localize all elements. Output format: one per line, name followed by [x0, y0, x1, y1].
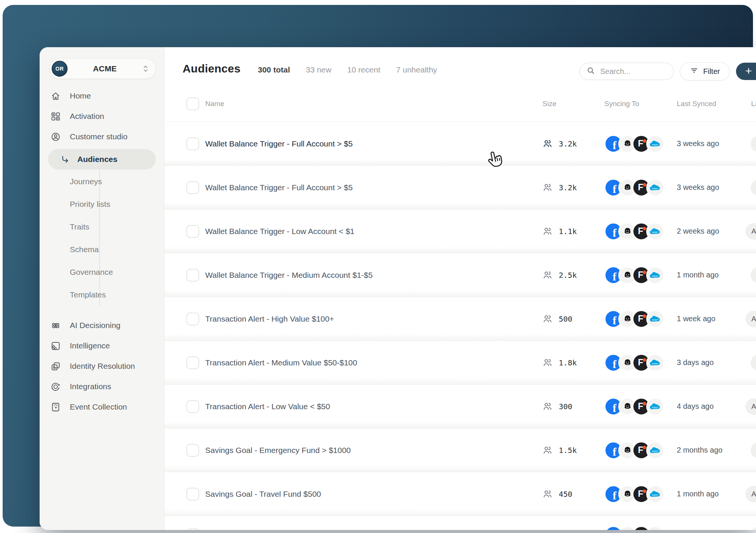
row-checkbox[interactable] [186, 444, 199, 457]
label-badge[interactable]: A [751, 527, 756, 530]
sidebar-item-identity-resolution[interactable]: Identity Resolution [40, 356, 164, 376]
sidebar: OR ACME HomeActivationCustomer studioAud… [40, 47, 164, 530]
audience-size-icon [542, 270, 553, 280]
sidebar-item-home[interactable]: Home [40, 86, 164, 106]
sidebar-item-governance[interactable]: Governance [40, 261, 164, 283]
audience-size-value: 1.5k [559, 446, 577, 455]
audience-name[interactable]: Savings Goal - Travel Fund $500 [205, 490, 321, 498]
table-row[interactable]: Transaction Alert - Low Value < $50300fF… [164, 384, 756, 428]
sidebar-item-audiences[interactable]: Audiences [48, 149, 156, 169]
audience-name[interactable]: Wallet Balance Trigger - Medium Account … [205, 271, 373, 279]
table-row[interactable]: Wallet Balance Trigger - Full Account > … [164, 122, 756, 165]
label-badge[interactable]: A [745, 486, 756, 502]
row-name-cell: Savings Goal - Emergency Fund > $1000 [205, 446, 529, 455]
select-all-checkbox[interactable] [186, 97, 199, 110]
sidebar-item-journeys[interactable]: Journeys [40, 170, 164, 193]
sidebar-item-traits[interactable]: Traits [40, 216, 164, 238]
row-syncing-cell: fF [584, 222, 656, 240]
sidebar-item-integrations[interactable]: Integrations [40, 376, 164, 397]
row-checkbox[interactable] [186, 181, 199, 194]
row-badge-cell: A [725, 136, 756, 152]
row-checkbox[interactable] [186, 400, 199, 413]
sidebar-item-label: Integrations [70, 382, 111, 391]
column-header-size: Size [529, 100, 584, 108]
sidebar-item-label: Intelligence [70, 341, 110, 350]
row-checkbox[interactable] [186, 488, 199, 501]
filter-icon [690, 66, 698, 76]
row-last-synced-cell: 2 weeks ago [656, 227, 725, 236]
table-row[interactable]: Wallet Balance Trigger - Low Account < $… [164, 209, 756, 253]
label-badge[interactable]: A [751, 179, 756, 196]
table-row[interactable]: Wallet Balance Trigger - Medium Account … [164, 253, 756, 297]
row-checkbox[interactable] [186, 356, 199, 369]
last-synced-value: 1 week ago [677, 314, 715, 323]
sidebar-item-priority-lists[interactable]: Priority lists [40, 193, 164, 216]
org-switcher[interactable]: OR ACME [49, 59, 156, 79]
audience-name[interactable]: Wallet Balance Trigger - Low Account < $… [205, 227, 355, 236]
sidebar-item-label: Governance [70, 268, 113, 277]
row-checkbox[interactable] [186, 225, 199, 238]
row-checkbox-cell [186, 444, 205, 457]
search-input[interactable] [599, 67, 665, 76]
facebook-f-glyph: f [613, 358, 616, 371]
table-row[interactable]: Savings Goal - Retirement Fund > $10001.… [164, 516, 756, 530]
row-checkbox[interactable] [186, 528, 199, 530]
row-checkbox[interactable] [186, 137, 199, 150]
row-checkbox-cell [186, 528, 205, 530]
sidebar-item-activation[interactable]: Activation [40, 106, 164, 126]
f-logo-glyph: F [638, 489, 643, 499]
page-header: Audiences 300 total33 new10 recent7 unhe… [183, 62, 437, 75]
row-checkbox-cell [186, 225, 205, 238]
last-synced-value: 3 weeks ago [677, 139, 719, 148]
salesforce-icon [646, 310, 664, 328]
table-row[interactable]: Wallet Balance Trigger - Full Account > … [164, 165, 756, 209]
audience-name[interactable]: Transaction Alert - Medium Value $50-$10… [205, 358, 357, 367]
row-checkbox-cell [186, 269, 205, 282]
header-stat: 10 recent [347, 65, 380, 74]
sidebar-item-schema[interactable]: Schema [40, 238, 164, 261]
row-badge-cell: A [725, 267, 756, 283]
sidebar-item-customer-studio[interactable]: Customer studio [40, 126, 164, 147]
filter-button[interactable]: Filter [680, 62, 730, 80]
audience-size-icon [542, 314, 553, 324]
table-row[interactable]: Transaction Alert - High Value $100+500f… [164, 297, 756, 340]
row-badge-cell: A [725, 179, 756, 196]
label-badge[interactable]: A [745, 311, 756, 327]
header-stat: 7 unhealthy [396, 65, 437, 74]
label-badge[interactable]: A [751, 442, 756, 459]
label-badge[interactable]: A [751, 136, 756, 152]
table-row[interactable]: Savings Goal - Travel Fund $500450fF1 mo… [164, 472, 756, 516]
audience-name[interactable]: Wallet Balance Trigger - Full Account > … [205, 183, 353, 192]
row-syncing-cell: fF [584, 354, 656, 372]
label-badge[interactable]: A [745, 398, 756, 415]
audience-name[interactable]: Transaction Alert - Low Value < $50 [205, 402, 330, 411]
salesforce-icon [646, 354, 664, 372]
label-badge[interactable]: A [751, 267, 756, 283]
f-logo-orange-dot [643, 271, 646, 274]
column-header-labels: La [725, 100, 756, 108]
app-window: OR ACME HomeActivationCustomer studioAud… [40, 47, 756, 530]
row-badge-cell: A [725, 354, 756, 371]
sidebar-item-event-collection[interactable]: Event Collection [40, 397, 164, 417]
last-synced-value: 1 month ago [677, 271, 719, 279]
f-logo-glyph: F [638, 445, 643, 455]
sidebar-item-ai-decisioning[interactable]: AI Decisioning [40, 315, 164, 336]
table-row[interactable]: Transaction Alert - Medium Value $50-$10… [164, 340, 756, 384]
audience-name[interactable]: Wallet Balance Trigger - Full Account > … [205, 139, 353, 148]
label-badge[interactable]: A [745, 223, 756, 240]
label-badge[interactable]: A [751, 354, 756, 371]
audience-name[interactable]: Transaction Alert - High Value $100+ [205, 314, 334, 323]
create-audience-button[interactable]: + C [736, 63, 756, 80]
search-box[interactable] [579, 63, 674, 80]
column-header-syncing-to: Syncing To [584, 100, 656, 108]
row-checkbox-cell [186, 400, 205, 413]
audience-name[interactable]: Savings Goal - Emergency Fund > $1000 [205, 446, 351, 454]
salesforce-icon [646, 222, 664, 240]
sidebar-item-templates[interactable]: Templates [40, 283, 164, 306]
table-row[interactable]: Savings Goal - Emergency Fund > $10001.5… [164, 428, 756, 472]
sidebar-item-label: Traits [70, 222, 89, 231]
row-checkbox[interactable] [186, 269, 199, 282]
row-checkbox[interactable] [186, 313, 199, 325]
salesforce-icon [646, 485, 664, 503]
sidebar-item-intelligence[interactable]: Intelligence [40, 336, 164, 356]
